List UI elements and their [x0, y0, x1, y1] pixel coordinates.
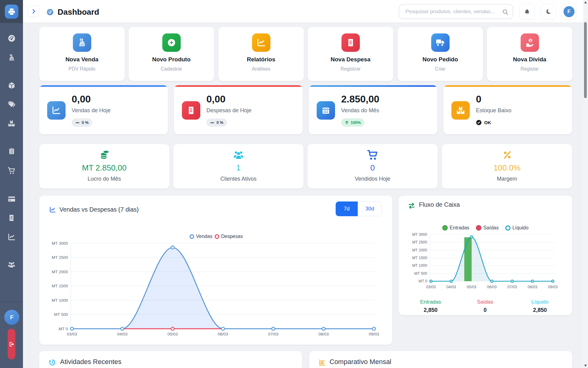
svg-text:07/03: 07/03 — [507, 285, 517, 289]
svg-text:MT 3000: MT 3000 — [412, 232, 427, 237]
svg-text:MT 500: MT 500 — [54, 312, 68, 317]
svg-text:MT 0: MT 0 — [58, 327, 68, 331]
svg-text:MT 3000: MT 3000 — [52, 241, 68, 246]
svg-text:04/03: 04/03 — [117, 332, 127, 336]
svg-text:MT 2000: MT 2000 — [412, 248, 427, 252]
svg-text:MT 1500: MT 1500 — [52, 284, 68, 288]
svg-text:03/03: 03/03 — [67, 332, 77, 336]
svg-text:MT 2500: MT 2500 — [412, 240, 427, 244]
svg-text:07/03: 07/03 — [268, 332, 278, 336]
svg-text:MT 2000: MT 2000 — [52, 270, 68, 274]
svg-text:05/03: 05/03 — [168, 332, 178, 336]
svg-text:06/03: 06/03 — [487, 285, 496, 289]
svg-text:09/03: 09/03 — [548, 285, 557, 289]
svg-text:MT 2500: MT 2500 — [52, 255, 68, 260]
svg-text:08/03: 08/03 — [528, 285, 537, 289]
svg-text:05/03: 05/03 — [467, 285, 476, 289]
svg-text:$: $ — [530, 39, 531, 42]
svg-text:03/03: 03/03 — [426, 285, 435, 289]
svg-text:06/03: 06/03 — [218, 332, 228, 336]
svg-text:04/03: 04/03 — [447, 285, 456, 289]
svg-text:MT 0: MT 0 — [419, 279, 427, 283]
svg-text:08/03: 08/03 — [318, 332, 329, 336]
svg-text:09/03: 09/03 — [369, 332, 379, 336]
svg-text:MT 1500: MT 1500 — [412, 256, 427, 260]
svg-text:MT 1000: MT 1000 — [52, 298, 68, 303]
svg-text:MT 1000: MT 1000 — [412, 263, 427, 268]
svg-text:MT 500: MT 500 — [414, 271, 427, 276]
